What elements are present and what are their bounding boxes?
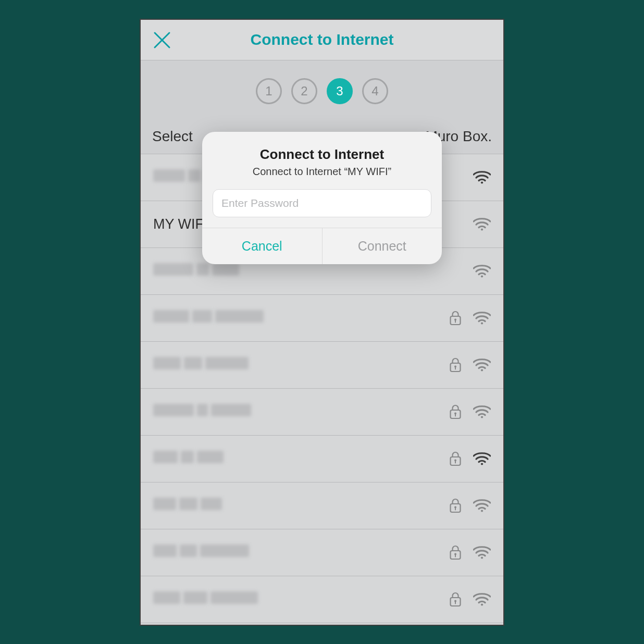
modal-overlay: Connect to Internet Connect to Internet … [141,20,503,625]
cancel-button[interactable]: Cancel [202,228,323,264]
dialog-subtitle: Connect to Internet “MY WIFI” [216,166,428,178]
dialog-header: Connect to Internet Connect to Internet … [202,132,442,189]
device-screen: Connect to Internet 1 2 3 4 Select a Wi-… [140,19,504,626]
connect-button[interactable]: Connect [323,228,442,264]
password-dialog: Connect to Internet Connect to Internet … [202,132,442,264]
password-input[interactable] [213,189,431,217]
dialog-input-wrap [202,189,442,228]
dialog-buttons: Cancel Connect [202,228,442,264]
dialog-title: Connect to Internet [216,146,428,163]
